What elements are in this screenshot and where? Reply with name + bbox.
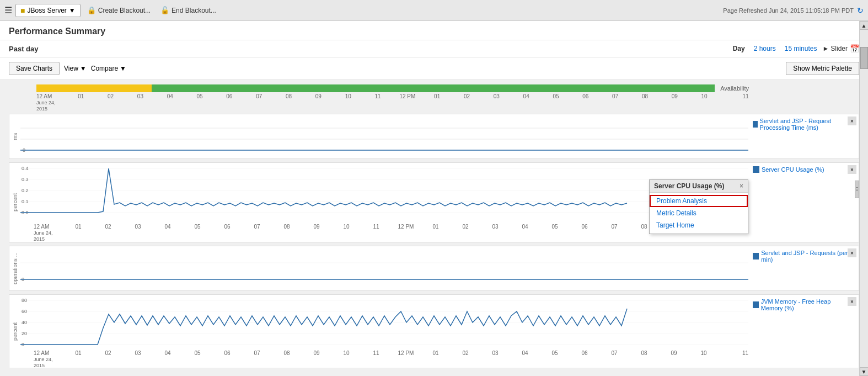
time-tick-16: 04 (511, 93, 541, 112)
time-tick-8: 08 (274, 93, 304, 112)
chart-jvm-area: 80 60 40 20 0 12 AMJune 24, 2015 01 02 0… (20, 295, 748, 368)
time-buttons: Day 2 hours 15 minutes ► Slider 📅 (730, 44, 859, 54)
compare-dropdown-icon: ▼ (120, 65, 126, 72)
time-tick-9: 09 (303, 93, 333, 112)
avail-green-segment (152, 84, 715, 92)
legend-color-cpu (753, 166, 759, 173)
cpu-popup-header: Server CPU Usage (%) × (650, 180, 748, 193)
chart-ms-legend: Servlet and JSP - Request Processing Tim… (748, 114, 859, 158)
availability-bar (36, 84, 715, 92)
chart-ops-svg: 0 (20, 246, 748, 290)
legend-label-ops[interactable]: Servlet and JSP - Requests (per min) (761, 250, 854, 263)
time-tick-2: 02 (96, 93, 126, 112)
page-title: Performance Summary (9, 27, 859, 36)
day-button[interactable]: Day (730, 44, 748, 54)
chart-jvm-svg: 80 60 40 20 0 (20, 295, 748, 350)
availability-row: Availability (36, 84, 749, 92)
svg-text:0.4: 0.4 (22, 166, 29, 171)
chart-ops-inner: operations ... 0 Servlet and JSP - Reque… (9, 246, 859, 290)
time-controls-bar: Past day Day 2 hours 15 minutes ► Slider… (0, 40, 868, 57)
chart-cpu-area: 0.4 0.3 0.2 0.1 0.0 12 AMJune 24, 2015 0… (20, 163, 748, 242)
time-tick-18: 06 (571, 93, 601, 112)
two-hours-button[interactable]: 2 hours (751, 44, 779, 54)
top-time-axis: 12 AMJune 24, 2015 01 02 03 04 05 06 07 … (36, 93, 749, 112)
create-blackout-icon: 🔒 (87, 6, 96, 14)
chart-cpu-svg: 0.4 0.3 0.2 0.1 0.0 (20, 163, 748, 224)
chart-jvm-inner: percent 80 60 40 20 0 12 AMJu (9, 295, 859, 368)
server-label: JBoss Server (27, 7, 66, 14)
svg-text:0.3: 0.3 (22, 177, 29, 182)
chart-cpu-ylabel: percent (9, 163, 20, 242)
chart-ms-ylabel: ms (9, 114, 20, 158)
time-tick-11: 11 (363, 93, 393, 112)
page-title-bar: Performance Summary (0, 21, 868, 40)
chart-jvm-close-button[interactable]: × (848, 297, 856, 306)
time-tick-17: 05 (541, 93, 571, 112)
time-tick-1: 01 (66, 93, 96, 112)
toolbar-right: Page Refreshed Jun 24, 2015 11:05:18 PM … (723, 6, 864, 15)
cpu-context-menu: Server CPU Usage (%) × Problem Analysis … (649, 179, 748, 234)
handle-line-2 (856, 189, 858, 189)
handle-line-3 (856, 190, 858, 191)
page-refresh-timestamp: Page Refreshed Jun 24, 2015 11:05:18 PM … (723, 7, 854, 14)
legend-color-ops (753, 253, 759, 260)
time-tick-19: 07 (601, 93, 630, 112)
chart-ops-area: 0 (20, 246, 748, 290)
save-charts-button[interactable]: Save Charts (9, 62, 60, 75)
chart-jvm-time-axis: 12 AMJune 24, 2015 01 02 03 04 05 06 07 … (20, 350, 748, 368)
main-content: Availability 12 AMJune 24, 2015 01 02 03… (0, 80, 868, 368)
fifteen-min-button[interactable]: 15 minutes (781, 44, 821, 54)
legend-item-cpu: Server CPU Usage (%) (753, 166, 824, 173)
chart-ms-area: 0 (20, 114, 748, 158)
svg-text:0: 0 (23, 147, 25, 153)
compare-dropdown-button[interactable]: Compare ▼ (91, 65, 126, 72)
handle-line-1 (856, 187, 858, 188)
chart-ms-svg: 0 (20, 114, 748, 158)
time-tick-15: 03 (481, 93, 511, 112)
scroll-down-arrow[interactable]: ▼ (860, 367, 869, 376)
svg-text:60: 60 (22, 309, 27, 314)
scroll-track (860, 30, 869, 367)
svg-text:20: 20 (22, 331, 27, 336)
create-blackout-button[interactable]: 🔒 Create Blackout... (84, 4, 154, 16)
cpu-popup-item-problem-analysis[interactable]: Problem Analysis (650, 195, 748, 207)
time-tick-13: 01 (422, 93, 452, 112)
hamburger-icon[interactable]: ☰ (4, 5, 12, 15)
time-tick-5: 05 (185, 93, 215, 112)
jboss-server-button[interactable]: ■ JBoss Server ▼ (15, 4, 81, 17)
legend-label-jvm[interactable]: JVM Memory - Free Heap Memory (%) (761, 298, 854, 311)
end-blackout-icon: 🔓 (160, 6, 169, 14)
chart-cpu: × percent 0.4 0.3 0.2 0.1 0.0 (9, 162, 859, 242)
avail-yellow-segment (36, 84, 152, 92)
refresh-icon[interactable]: ↻ (857, 6, 864, 15)
chart-cpu-close-button[interactable]: × (848, 165, 856, 174)
server-icon: ■ (20, 6, 25, 15)
right-scrollbar: ▲ ▼ (859, 21, 868, 376)
legend-label-ms[interactable]: Servlet and JSP - Request Processing Tim… (760, 118, 854, 131)
time-tick-20: 08 (630, 93, 660, 112)
svg-text:80: 80 (22, 298, 27, 303)
scroll-up-arrow[interactable]: ▲ (860, 21, 869, 30)
legend-item-ops: Servlet and JSP - Requests (per min) (753, 250, 854, 263)
chart-ms-inner: ms 0 Servlet and JSP - Request Processin… (9, 114, 859, 158)
show-metric-palette-button[interactable]: Show Metric Palette (786, 62, 859, 75)
legend-item-ms: Servlet and JSP - Request Processing Tim… (753, 118, 854, 131)
time-tick-23: 11 (719, 93, 749, 112)
legend-color-jvm (753, 301, 759, 308)
scroll-thumb[interactable] (860, 47, 868, 69)
dropdown-arrow-icon: ▼ (69, 7, 76, 14)
calendar-icon[interactable]: 📅 (850, 44, 859, 53)
chart-ops-close-button[interactable]: × (848, 248, 856, 257)
view-dropdown-button[interactable]: View ▼ (64, 65, 87, 72)
cpu-popup-close-button[interactable]: × (740, 182, 743, 190)
right-edge-handle[interactable] (855, 181, 859, 198)
chart-ms-close-button[interactable]: × (848, 116, 856, 125)
cpu-popup-item-target-home[interactable]: Target Home (650, 219, 748, 231)
cpu-popup-item-metric-details[interactable]: Metric Details (650, 207, 748, 219)
time-tick-6: 06 (215, 93, 244, 112)
legend-label-cpu[interactable]: Server CPU Usage (%) (762, 166, 824, 173)
top-toolbar: ☰ ■ JBoss Server ▼ 🔒 Create Blackout... … (0, 0, 868, 21)
slider-button[interactable]: ► Slider (822, 45, 848, 52)
svg-text:0.1: 0.1 (22, 199, 29, 204)
end-blackout-button[interactable]: 🔓 End Blackout... (157, 4, 219, 16)
